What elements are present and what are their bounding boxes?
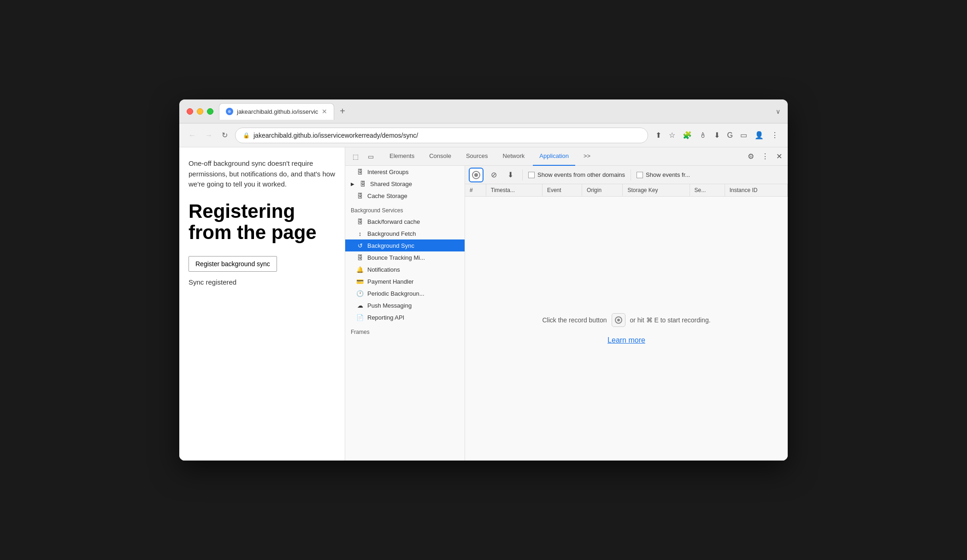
sidebar-item-shared-storage[interactable]: ▶ 🗄 Shared Storage — [345, 178, 465, 190]
sidebar-item-periodic-background-label: Periodic Backgroun... — [367, 290, 425, 297]
download-button[interactable]: ⬇ — [504, 169, 517, 181]
toolbar-divider-2 — [631, 169, 631, 181]
sidebar-item-cache-storage-label: Cache Storage — [367, 192, 407, 199]
close-window-button[interactable] — [187, 108, 193, 115]
sidebar-item-background-fetch[interactable]: ↕ Background Fetch — [345, 228, 465, 239]
sidebar-item-push-messaging[interactable]: ☁ Push Messaging — [345, 299, 465, 311]
tab-application-label: Application — [539, 152, 569, 159]
devtools-settings-icon[interactable]: ⚙ — [746, 150, 756, 163]
traffic-lights — [187, 108, 213, 115]
tab-more[interactable]: >> — [577, 147, 597, 166]
empty-state: Click the record button or hit ⌘ E to st… — [465, 197, 788, 461]
webpage-description: One-off background sync doesn't require … — [189, 158, 336, 190]
events-table: # Timestа... Event Origin Storage Key Se… — [465, 184, 788, 197]
tab-favicon: ⊕ — [226, 108, 233, 115]
sidebar-item-interest-groups[interactable]: 🗄 Interest Groups — [345, 166, 465, 178]
show-events-checkbox[interactable] — [528, 172, 535, 178]
show-events-checkbox-label[interactable]: Show events from other domains — [528, 171, 625, 178]
browser-toolbar: ⬆ ☆ 🧩 🕯 ⬇ G ▭ 👤 ⋮ — [654, 129, 780, 141]
window-dropdown-button[interactable]: ∨ — [776, 108, 780, 115]
extension-icon[interactable]: 🧩 — [681, 129, 694, 141]
google-icon[interactable]: G — [725, 129, 735, 141]
minimize-window-button[interactable] — [197, 108, 203, 115]
background-services-header: Background Services — [345, 202, 465, 216]
sidebar-item-shared-storage-label: Shared Storage — [370, 181, 412, 187]
device-mode-tool[interactable]: ▭ — [364, 151, 377, 162]
col-timestamp: Timestа... — [486, 184, 542, 197]
devtools-main-panel: ⊘ ⬇ Show events from other domains Show … — [465, 166, 788, 461]
tab-network[interactable]: Network — [496, 147, 531, 166]
menu-icon[interactable]: ⋮ — [769, 129, 780, 141]
sidebar-item-back-forward-cache[interactable]: 🗄 Back/forward cache — [345, 216, 465, 228]
share-icon[interactable]: ⬆ — [654, 129, 663, 141]
sidebar-item-reporting-api-label: Reporting API — [367, 314, 404, 321]
tab-network-label: Network — [503, 152, 525, 159]
push-messaging-icon: ☁ — [356, 302, 364, 309]
sidebar-item-payment-handler[interactable]: 💳 Payment Handler — [345, 275, 465, 287]
address-bar: ← → ↻ 🔒 jakearchibald.github.io/isservic… — [179, 123, 788, 147]
devtools-sidebar: 🗄 Interest Groups ▶ 🗄 Shared Storage 🗄 C… — [345, 166, 465, 461]
sidebar-item-reporting-api[interactable]: 📄 Reporting API — [345, 311, 465, 323]
tab-sources[interactable]: Sources — [460, 147, 495, 166]
payment-handler-icon: 💳 — [356, 278, 364, 285]
clear-button[interactable]: ⊘ — [487, 169, 500, 181]
tab-console[interactable]: Console — [423, 147, 458, 166]
refresh-button[interactable]: ↻ — [220, 129, 230, 141]
back-forward-cache-icon: 🗄 — [356, 218, 364, 225]
record-button-inline[interactable] — [612, 313, 625, 327]
bounce-tracking-icon: 🗄 — [356, 254, 364, 261]
record-button[interactable] — [469, 168, 484, 182]
devtools-panel: ⬚ ▭ Elements Console Sources Network App… — [345, 147, 788, 461]
devtools-close-icon[interactable]: ✕ — [774, 150, 784, 163]
background-fetch-icon: ↕ — [356, 230, 364, 237]
devtools-toolbar: ⬚ ▭ Elements Console Sources Network App… — [345, 147, 788, 166]
show-events-2-checkbox-label[interactable]: Show events fr... — [637, 171, 690, 178]
learn-more-link[interactable]: Learn more — [607, 336, 645, 344]
sidebar-item-back-forward-cache-label: Back/forward cache — [367, 218, 420, 225]
col-storage-key: Storage Key — [623, 184, 690, 197]
cache-storage-icon: 🗄 — [356, 192, 364, 199]
profile-icon[interactable]: 👤 — [753, 129, 766, 141]
bookmark-icon[interactable]: ☆ — [667, 129, 677, 141]
new-tab-button[interactable]: + — [336, 104, 349, 118]
register-background-sync-button[interactable]: Register background sync — [189, 256, 277, 272]
back-button[interactable]: ← — [187, 129, 198, 141]
empty-state-text-before: Click the record button — [542, 316, 607, 324]
sidebar-item-background-sync[interactable]: ↺ Background Sync — [345, 239, 465, 251]
reporting-api-icon: 📄 — [356, 314, 364, 321]
tab-elements-label: Elements — [389, 152, 414, 159]
forward-button[interactable]: → — [203, 129, 214, 141]
tab-elements[interactable]: Elements — [383, 147, 421, 166]
download-icon[interactable]: ⬇ — [712, 129, 722, 141]
shared-storage-icon: 🗄 — [359, 180, 366, 187]
empty-state-description: Click the record button or hit ⌘ E to st… — [542, 313, 710, 327]
main-content: One-off background sync doesn't require … — [179, 147, 788, 461]
sidebar-item-periodic-background[interactable]: 🕐 Periodic Backgroun... — [345, 287, 465, 299]
tab-application[interactable]: Application — [533, 147, 575, 166]
sidebar-item-push-messaging-label: Push Messaging — [367, 302, 412, 309]
maximize-window-button[interactable] — [207, 108, 213, 115]
tab-close-button[interactable]: ✕ — [322, 108, 327, 115]
active-tab[interactable]: ⊕ jakearchibald.github.io/isservic ✕ — [219, 103, 334, 120]
split-view-icon[interactable]: ▭ — [738, 129, 749, 141]
url-input[interactable]: 🔒 jakearchibald.github.io/isserviceworke… — [235, 128, 648, 143]
show-events-2-checkbox[interactable] — [637, 172, 643, 178]
devtools-more-icon[interactable]: ⋮ — [760, 150, 771, 163]
lock-icon: 🔒 — [243, 132, 250, 139]
background-sync-icon: ↺ — [356, 242, 364, 249]
sidebar-item-notifications[interactable]: 🔔 Notifications — [345, 263, 465, 275]
col-se: Se... — [690, 184, 725, 197]
sidebar-item-cache-storage[interactable]: 🗄 Cache Storage — [345, 190, 465, 202]
inspect-element-tool[interactable]: ⬚ — [349, 151, 362, 162]
record-inner-circle — [472, 171, 480, 179]
sidebar-item-payment-handler-label: Payment Handler — [367, 278, 413, 285]
toolbar-divider — [522, 169, 523, 181]
record-dot-sm — [617, 319, 620, 321]
sidebar-item-bounce-tracking[interactable]: 🗄 Bounce Tracking Mi... — [345, 251, 465, 263]
canary-icon[interactable]: 🕯 — [697, 129, 708, 141]
tab-sources-label: Sources — [466, 152, 488, 159]
sidebar-item-interest-groups-label: Interest Groups — [367, 169, 409, 175]
devtools-tool-buttons: ⬚ ▭ — [349, 151, 377, 162]
tab-console-label: Console — [429, 152, 451, 159]
empty-state-text-after: or hit ⌘ E to start recording. — [630, 316, 711, 324]
